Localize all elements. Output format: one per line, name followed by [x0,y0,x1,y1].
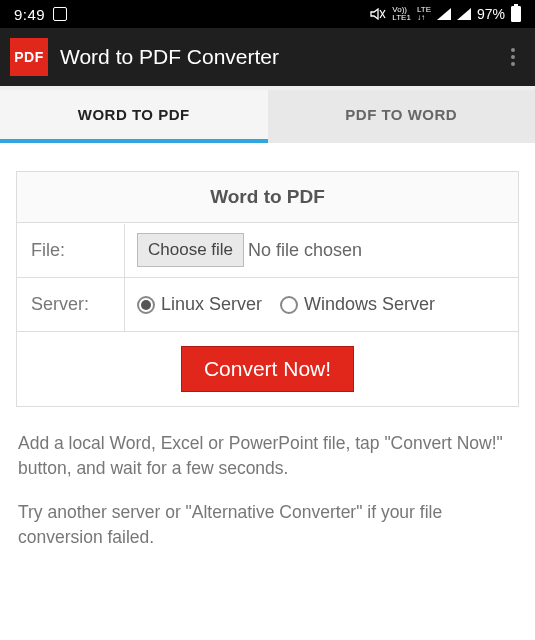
file-label: File: [17,224,125,277]
radio-icon [280,296,298,314]
app-bar: PDF Word to PDF Converter [0,28,535,86]
radio-icon [137,296,155,314]
volte-indicator: Vo)) LTE1 [392,6,411,22]
notification-icon [53,7,67,21]
converter-card: Word to PDF File: Choose file No file ch… [16,171,519,407]
choose-file-button[interactable]: Choose file [137,233,244,267]
radio-windows-server[interactable]: Windows Server [280,294,435,315]
signal-icon-1 [437,8,451,20]
tab-label: WORD TO PDF [78,106,190,123]
tab-bar: WORD TO PDF PDF TO WORD [0,86,535,143]
tab-label: PDF TO WORD [345,106,457,123]
tab-pdf-to-word[interactable]: PDF TO WORD [268,90,536,143]
radio-label: Windows Server [304,294,435,315]
tab-word-to-pdf[interactable]: WORD TO PDF [0,90,268,143]
app-logo: PDF [10,38,48,76]
radio-label: Linux Server [161,294,262,315]
signal-icon-2 [457,8,471,20]
status-bar: 9:49 Vo)) LTE1 LTE ↓↑ 97% [0,0,535,28]
help-text: Add a local Word, Excel or PowerPoint fi… [0,407,535,551]
file-row: File: Choose file No file chosen [17,223,518,278]
file-status: No file chosen [248,240,362,261]
status-time: 9:49 [14,6,45,23]
battery-percent: 97% [477,6,505,22]
battery-icon [511,6,521,22]
lte-indicator: LTE ↓↑ [417,6,431,22]
server-row: Server: Linux Server Windows Server [17,278,518,332]
app-title: Word to PDF Converter [60,45,489,69]
help-paragraph-2: Try another server or "Alternative Conve… [18,500,517,551]
server-label: Server: [17,278,125,331]
overflow-menu-icon[interactable] [501,38,525,76]
card-title: Word to PDF [17,172,518,223]
mute-icon [370,7,386,21]
radio-linux-server[interactable]: Linux Server [137,294,262,315]
help-paragraph-1: Add a local Word, Excel or PowerPoint fi… [18,431,517,482]
convert-button[interactable]: Convert Now! [181,346,354,392]
